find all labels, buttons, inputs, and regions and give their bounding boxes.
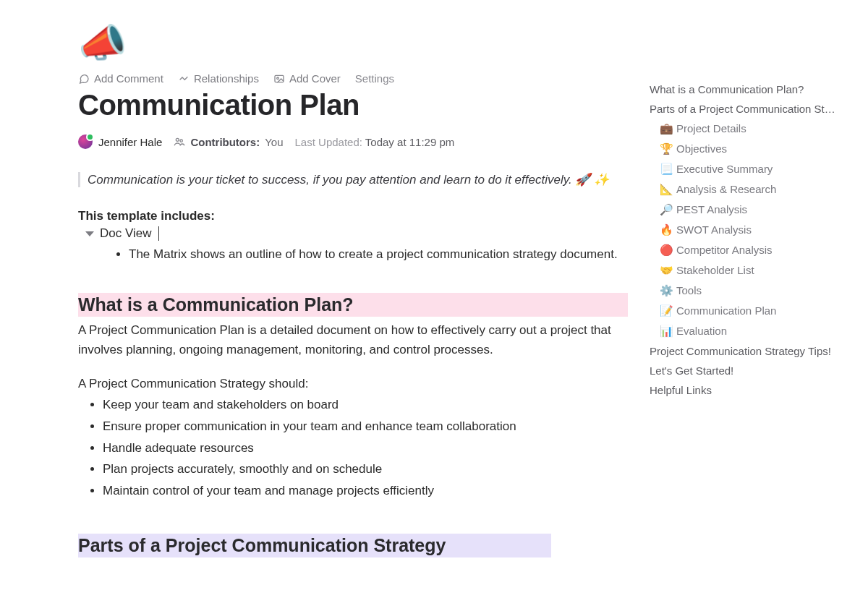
contributors-label: Contributors: — [190, 136, 260, 148]
briefcase-icon: 💼 — [660, 122, 673, 134]
outline-sub-label: Executive Summary — [676, 163, 773, 175]
template-includes-heading: This template includes: — [78, 209, 628, 223]
section1-body: A Project Communication Plan is a detail… — [78, 321, 613, 359]
doc-view-toggle[interactable]: Doc View — [85, 226, 628, 241]
list-item: Plan projects accurately, smoothly and o… — [103, 458, 628, 480]
comment-icon — [78, 73, 90, 85]
outline-subitem[interactable]: 🤝Stakeholder List — [650, 260, 856, 281]
handshake-icon: 🤝 — [660, 264, 673, 276]
outline-subitem[interactable]: 📊Evaluation — [650, 321, 856, 341]
outline-sub-label: Evaluation — [676, 325, 727, 337]
doc-view-label: Doc View — [100, 226, 152, 241]
settings-label: Settings — [355, 72, 394, 85]
outline-sub-label: SWOT Analysis — [676, 223, 752, 236]
byline: Jennifer Hale Contributors: You Last Upd… — [78, 134, 628, 149]
page-icon[interactable]: 📣 — [78, 23, 628, 62]
trophy-icon: 🏆 — [660, 142, 673, 155]
toolbar: Add Comment Relationships Add Cover Sett… — [78, 72, 628, 85]
updated-value: Today at 11:29 pm — [365, 136, 454, 148]
caret-down-icon — [85, 231, 94, 236]
magnifier-icon: 🔎 — [660, 203, 673, 215]
red-circle-icon: 🔴 — [660, 244, 673, 256]
author[interactable]: Jennifer Hale — [78, 134, 162, 149]
ruler-icon: 📐 — [660, 183, 673, 195]
avatar — [78, 134, 93, 149]
relationships-label: Relationships — [194, 72, 259, 85]
image-icon — [273, 73, 285, 85]
outline-subitem[interactable]: 🔎PEST Analysis — [650, 200, 856, 220]
section-heading-parts: Parts of a Project Communication Strateg… — [78, 534, 551, 557]
list-item: Maintain control of your team and manage… — [103, 480, 628, 502]
outline-sub-label: Competitor Analysis — [676, 244, 773, 256]
bar-chart-icon: 📊 — [660, 325, 673, 337]
add-comment-button[interactable]: Add Comment — [78, 72, 163, 85]
memo-icon: 📝 — [660, 304, 673, 317]
outline-item[interactable]: Parts of a Project Communication St… — [650, 99, 856, 119]
outline-sub-label: Tools — [676, 284, 702, 296]
outline-item[interactable]: Let's Get Started! — [650, 361, 856, 380]
relationships-button[interactable]: Relationships — [178, 72, 259, 85]
list-item: Keep your team and stakeholders on board — [103, 394, 628, 416]
outline-subitem[interactable]: 🏆Objectives — [650, 139, 856, 159]
outline-sub-label: Stakeholder List — [676, 264, 754, 276]
add-cover-button[interactable]: Add Cover — [273, 72, 341, 85]
relationships-icon — [178, 73, 190, 85]
outline-subitem[interactable]: 📐Analysis & Research — [650, 179, 856, 200]
list-item: Handle adequate resources — [103, 437, 628, 459]
contributors-value: You — [265, 136, 283, 148]
quote-text: Communication is your ticket to success,… — [88, 172, 628, 187]
text-cursor — [158, 226, 159, 241]
author-name: Jennifer Hale — [98, 136, 162, 148]
outline-subitem[interactable]: 🔥SWOT Analysis — [650, 220, 856, 240]
outline-item[interactable]: Project Communication Strategy Tips! — [650, 341, 856, 361]
outline-item[interactable]: Helpful Links — [650, 380, 856, 400]
strategy-list: Keep your team and stakeholders on board… — [103, 394, 628, 502]
page-title: Communication Plan — [78, 89, 628, 121]
add-comment-label: Add Comment — [94, 72, 163, 85]
quote-block: Communication is your ticket to success,… — [78, 172, 628, 187]
outline-sub-label: Analysis & Research — [676, 183, 776, 195]
outline-sub-label: Project Details — [676, 122, 746, 134]
fire-icon: 🔥 — [660, 223, 673, 236]
svg-point-2 — [176, 138, 179, 141]
document-main: 📣 Add Comment Relationships Add Cover Se… — [78, 23, 628, 562]
outline-subitem[interactable]: 📃Executive Summary — [650, 159, 856, 179]
list-item: Ensure proper communication in your team… — [103, 416, 628, 437]
list-item: The Matrix shows an outline of how to cr… — [129, 245, 628, 264]
outline-sub-label: Communication Plan — [676, 304, 776, 317]
svg-point-1 — [277, 77, 279, 80]
outline-item[interactable]: What is a Communication Plan? — [650, 80, 856, 99]
outline-subitem[interactable]: 🔴Competitor Analysis — [650, 240, 856, 260]
people-icon — [174, 136, 185, 148]
outline-sub-label: Objectives — [676, 142, 727, 155]
contributors[interactable]: Contributors: You — [174, 136, 283, 148]
outline-panel: What is a Communication Plan? Parts of a… — [650, 80, 856, 400]
doc-view-sublist: The Matrix shows an outline of how to cr… — [129, 245, 628, 264]
section1-lead: A Project Communication Strategy should: — [78, 377, 628, 391]
settings-button[interactable]: Settings — [355, 72, 394, 85]
svg-point-3 — [180, 140, 182, 142]
add-cover-label: Add Cover — [289, 72, 341, 85]
section-heading-what-is: What is a Communication Plan? — [78, 293, 628, 317]
outline-sub-label: PEST Analysis — [676, 203, 747, 215]
updated-label: Last Updated: — [295, 136, 362, 148]
outline-subitem[interactable]: 📝Communication Plan — [650, 301, 856, 321]
page-icon: 📃 — [660, 163, 673, 175]
outline-subitem[interactable]: ⚙️Tools — [650, 281, 856, 301]
gear-icon: ⚙️ — [660, 284, 673, 296]
outline-subitem[interactable]: 💼Project Details — [650, 119, 856, 139]
last-updated: Last Updated: Today at 11:29 pm — [295, 136, 455, 148]
